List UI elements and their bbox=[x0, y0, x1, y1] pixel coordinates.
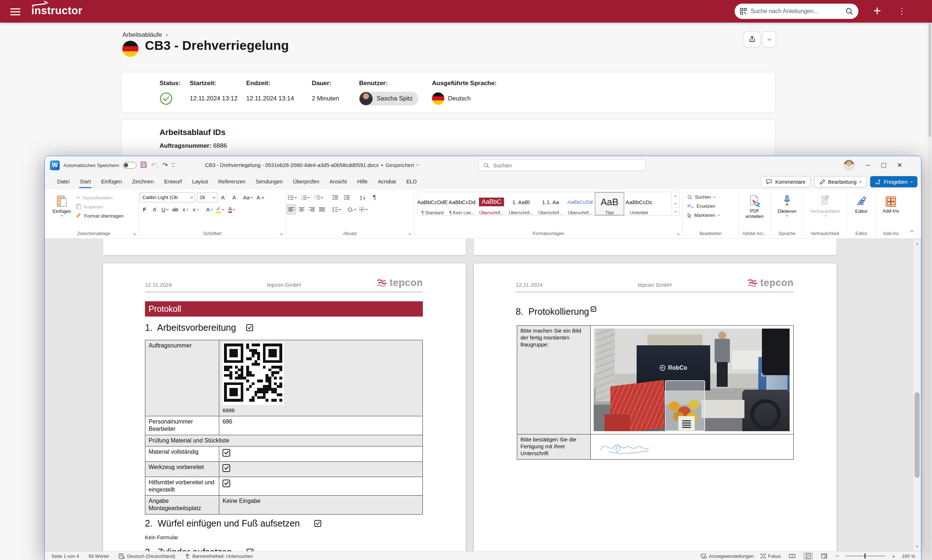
ribbon-tab-zeichnen[interactable]: Zeichnen bbox=[127, 174, 159, 189]
ribbon-tab-überprüfen[interactable]: Überprüfen bbox=[288, 174, 324, 189]
zoom-slider-thumb[interactable] bbox=[864, 554, 866, 558]
borders-button[interactable] bbox=[358, 205, 369, 214]
read-mode-icon[interactable] bbox=[787, 552, 797, 560]
document-page-2[interactable]: 12.11.2024 tepcon GmbH tepcon 8. Protoko… bbox=[474, 263, 836, 552]
scroll-up-icon[interactable]: ▲ bbox=[913, 240, 921, 248]
collapse-ribbon-icon[interactable] bbox=[910, 228, 913, 235]
line-spacing-button[interactable] bbox=[331, 205, 342, 214]
document-canvas[interactable]: 12.11.2024 tepcon GmbH tepcon Protokoll … bbox=[45, 239, 921, 552]
dictate-button[interactable]: Diktieren bbox=[775, 192, 799, 218]
ribbon-tab-entwurf[interactable]: Entwurf bbox=[159, 174, 187, 189]
account-avatar[interactable] bbox=[844, 160, 855, 171]
grow-font-button[interactable]: Aˆ bbox=[219, 192, 229, 202]
align-left-button[interactable] bbox=[287, 205, 296, 214]
page-indicator[interactable]: Seite 1 von 4 bbox=[51, 554, 79, 559]
font-dialog-launcher-icon[interactable]: ↘ bbox=[279, 231, 282, 236]
bold-button[interactable]: F bbox=[140, 205, 149, 214]
clear-formatting-button[interactable]: A bbox=[255, 192, 265, 202]
focus-mode-button[interactable]: Fokus bbox=[761, 554, 781, 559]
undo-icon[interactable]: ↶ bbox=[151, 162, 159, 168]
actions-dropdown-button[interactable] bbox=[762, 31, 776, 47]
quick-access-toolbar-icon[interactable]: ⌄ bbox=[171, 163, 175, 167]
zoom-in-button[interactable]: + bbox=[892, 553, 895, 559]
web-layout-icon[interactable] bbox=[819, 552, 829, 560]
saved-status[interactable]: Gespeichert bbox=[386, 162, 414, 168]
select-button[interactable]: Markieren bbox=[687, 211, 738, 220]
autosave-toggle[interactable] bbox=[123, 162, 137, 168]
close-button[interactable]: ✕ bbox=[896, 161, 904, 169]
checkbox-checked-icon[interactable] bbox=[222, 464, 230, 472]
search-input[interactable] bbox=[750, 8, 843, 15]
ribbon-tab-start[interactable]: Start bbox=[75, 174, 96, 189]
styles-scroll-down-icon[interactable] bbox=[671, 200, 679, 208]
display-settings-button[interactable]: Anzeigeeinstellungen bbox=[701, 554, 754, 559]
sort-button[interactable]: AZ bbox=[358, 192, 367, 202]
add-ins-button[interactable]: Add-Ins bbox=[880, 192, 902, 215]
document-scrollbar[interactable]: ▲ ▼ bbox=[913, 239, 920, 551]
change-case-button[interactable]: Aa bbox=[242, 192, 253, 202]
ribbon-tab-referenzen[interactable]: Referenzen bbox=[213, 174, 251, 189]
signature-cell[interactable] bbox=[591, 434, 794, 460]
section-8-checkbox-icon[interactable] bbox=[591, 306, 596, 312]
find-button[interactable]: Suchen bbox=[687, 192, 738, 202]
numbered-list-button[interactable]: 123 bbox=[300, 192, 311, 202]
document-title[interactable]: CB3 - Drehverriegelung - 0531eb28-2080-4… bbox=[205, 162, 378, 168]
app-logo[interactable]: instructor bbox=[31, 5, 82, 18]
ribbon-tab-hilfe[interactable]: Hilfe bbox=[352, 174, 373, 189]
highlight-button[interactable] bbox=[215, 205, 226, 214]
redo-icon[interactable]: ↷ bbox=[162, 162, 168, 168]
scroll-down-icon[interactable]: ▼ bbox=[913, 543, 921, 550]
italic-button[interactable]: K bbox=[150, 205, 159, 214]
ribbon-tab-datei[interactable]: Datei bbox=[52, 174, 75, 189]
menu-icon[interactable] bbox=[10, 6, 20, 16]
scrollbar-thumb[interactable] bbox=[915, 392, 920, 478]
style-chip-untertitel[interactable]: AaBbCcDcUntertitel bbox=[624, 192, 654, 215]
editor-button[interactable]: Editor bbox=[852, 192, 870, 215]
style-chip-berschrif[interactable]: AaBbCcDdlÜberschrif... bbox=[565, 192, 595, 215]
shading-button[interactable] bbox=[346, 205, 357, 214]
clipboard-dialog-launcher-icon[interactable]: ↘ bbox=[133, 231, 136, 236]
styles-expand-icon[interactable] bbox=[671, 208, 679, 215]
zoom-out-button[interactable]: − bbox=[835, 553, 839, 559]
style-chip-berschrif[interactable]: 1.1. AaÜberschrif... bbox=[536, 192, 565, 215]
style-chip-titel[interactable]: AaBTitel bbox=[595, 192, 624, 215]
paragraph-dialog-launcher-icon[interactable]: ↘ bbox=[408, 231, 411, 236]
superscript-button[interactable]: x2 bbox=[191, 205, 200, 214]
document-page-1[interactable]: 12.11.2024 tepcon GmbH tepcon Protokoll … bbox=[103, 263, 466, 552]
copy-button[interactable]: Kopieren bbox=[76, 202, 123, 211]
styles-scroll-up-icon[interactable] bbox=[671, 192, 679, 200]
accessibility-status[interactable]: Barrierefreiheit: Untersuchen bbox=[185, 554, 253, 559]
font-color-button[interactable]: A bbox=[227, 205, 236, 214]
checkbox-checked-icon[interactable] bbox=[222, 449, 230, 457]
replace-button[interactable]: ⇄bcErsetzen bbox=[687, 202, 738, 211]
assembly-photo[interactable]: RobCo RobCo bbox=[594, 329, 790, 431]
minimize-button[interactable]: ─ bbox=[864, 162, 872, 168]
bullet-list-button[interactable] bbox=[287, 192, 298, 202]
user-chip[interactable]: Sascha Spitz bbox=[359, 92, 418, 106]
align-right-button[interactable] bbox=[307, 205, 316, 214]
underline-button[interactable]: U bbox=[160, 205, 170, 214]
strikethrough-button[interactable]: ab bbox=[170, 205, 180, 214]
multilevel-list-button[interactable]: 1ai bbox=[313, 192, 324, 202]
proofing-status[interactable]: Deutsch (Deutschland) bbox=[119, 554, 175, 559]
search-icon[interactable] bbox=[845, 7, 853, 15]
word-search-input[interactable] bbox=[492, 162, 640, 169]
print-layout-icon[interactable] bbox=[804, 552, 813, 560]
shrink-font-button[interactable]: Aˇ bbox=[230, 192, 240, 202]
ribbon-tab-elo[interactable]: ELO bbox=[401, 174, 422, 189]
add-button[interactable]: + bbox=[873, 3, 881, 19]
checkbox-checked-icon[interactable] bbox=[222, 480, 230, 487]
breadcrumb-label[interactable]: Arbeitsabläufe bbox=[122, 31, 162, 38]
qr-scan-icon[interactable] bbox=[740, 8, 747, 15]
save-icon[interactable] bbox=[140, 161, 147, 169]
maximize-button[interactable] bbox=[881, 163, 886, 168]
subscript-button[interactable]: x2 bbox=[181, 205, 190, 214]
global-search[interactable] bbox=[734, 4, 858, 19]
comments-button[interactable]: Kommentare bbox=[761, 176, 810, 188]
word-app-icon[interactable]: W bbox=[50, 160, 60, 170]
cut-button[interactable]: ✂Ausschneiden bbox=[76, 193, 123, 202]
ribbon-tab-acrobat[interactable]: Acrobat bbox=[373, 174, 401, 189]
section-1-checkbox-icon[interactable] bbox=[246, 324, 253, 331]
export-button[interactable] bbox=[744, 31, 761, 47]
sensitivity-button[interactable]: Vertraulichkeit bbox=[807, 192, 843, 218]
